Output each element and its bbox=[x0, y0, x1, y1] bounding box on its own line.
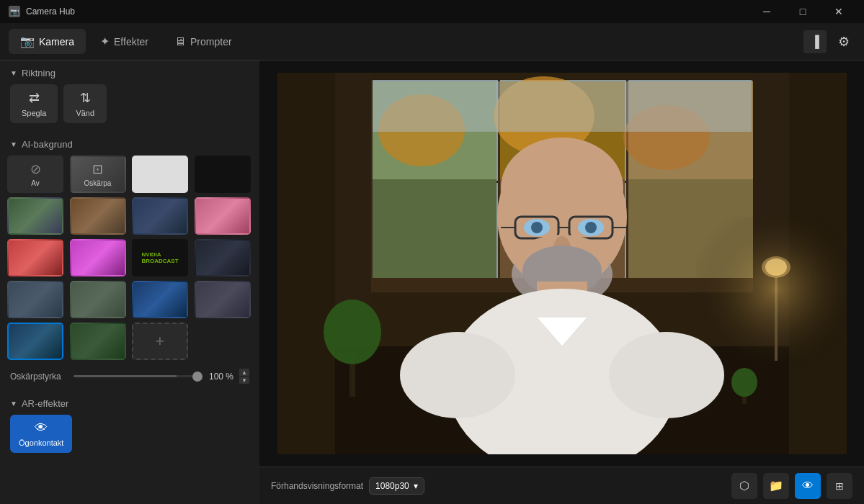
camera-bottom-bar: Förhandsvisningsformat 1080p30 ▾ ⬡ 📁 👁 ⊞ bbox=[259, 467, 864, 504]
sidebar-toggle-button[interactable]: ▐ bbox=[803, 30, 827, 53]
bg-item-kitchen[interactable] bbox=[70, 197, 126, 235]
blur-strength-row: Oskärpstyrka 100 % ▲ ▼ bbox=[0, 366, 259, 391]
format-select[interactable]: 1080p30 ▾ bbox=[369, 477, 424, 495]
capture-button[interactable]: ⬡ bbox=[731, 473, 757, 499]
folder-icon: 📁 bbox=[769, 479, 783, 492]
prompter-icon: 🖥 bbox=[174, 35, 186, 48]
bg-grid: ⊘ Av ⊡ Oskärpa NVIDIABROADCAST bbox=[0, 156, 259, 360]
svg-point-28 bbox=[324, 300, 381, 364]
close-button[interactable]: ✕ bbox=[822, 0, 855, 23]
spegla-icon: ⇄ bbox=[29, 90, 40, 106]
nav-tabs: 📷 Kamera ✦ Effekter 🖥 Prompter bbox=[9, 29, 244, 54]
maximize-button[interactable]: □ bbox=[786, 0, 819, 23]
section-direction-label: Riktning bbox=[22, 68, 55, 78]
kamera-icon: 📷 bbox=[20, 35, 35, 48]
ogonkontakt-label: Ögonkontakt bbox=[19, 438, 63, 447]
eye-button[interactable]: 👁 bbox=[795, 473, 821, 499]
title-bar: 📷 Camera Hub ─ □ ✕ bbox=[0, 0, 864, 23]
bg-item-living1[interactable] bbox=[7, 197, 63, 235]
ar-items: 👁 Ögonkontakt bbox=[0, 415, 259, 453]
svg-rect-16 bbox=[373, 81, 752, 132]
bg-item-sel1[interactable] bbox=[7, 323, 63, 360]
main-content: ▼ Riktning ⇄ Spegla ⇅ Vänd ▼ AI-bakgrund… bbox=[0, 60, 864, 504]
add-background-button[interactable]: + bbox=[132, 323, 188, 360]
av-label: Av bbox=[31, 179, 40, 187]
tab-kamera[interactable]: 📷 Kamera bbox=[9, 29, 86, 54]
bg-item-abstract[interactable] bbox=[70, 239, 126, 276]
bg-item-dark[interactable] bbox=[195, 156, 251, 193]
bg-item-nvidia[interactable]: NVIDIABROADCAST bbox=[132, 239, 188, 276]
bg-item-pink[interactable] bbox=[195, 197, 251, 235]
window-controls: ─ □ ✕ bbox=[750, 0, 855, 23]
bg-item-bedroom[interactable] bbox=[195, 281, 251, 318]
bg-item-white[interactable] bbox=[132, 156, 188, 193]
sidebar: ▼ Riktning ⇄ Spegla ⇅ Vänd ▼ AI-bakgrund… bbox=[0, 60, 259, 504]
eye-contact-icon: 👁 bbox=[35, 420, 48, 436]
off-icon: ⊘ bbox=[30, 161, 41, 177]
bg-item-sel2[interactable] bbox=[70, 323, 126, 360]
settings-button[interactable]: ⚙ bbox=[832, 30, 855, 53]
section-header-direction[interactable]: ▼ Riktning bbox=[0, 60, 259, 84]
folder-button[interactable]: 📁 bbox=[763, 473, 789, 499]
svg-point-40 bbox=[531, 222, 543, 233]
blur-strength-value: 100 % bbox=[208, 372, 233, 382]
bg-item-dark2[interactable] bbox=[195, 239, 251, 276]
svg-rect-21 bbox=[277, 73, 335, 454]
bottom-right-buttons: ⬡ 📁 👁 ⊞ bbox=[731, 473, 852, 499]
blur-strength-label: Oskärpstyrka bbox=[10, 372, 68, 382]
capture-icon: ⬡ bbox=[739, 479, 749, 492]
section-header-ar[interactable]: ▼ AR-effekter bbox=[0, 391, 259, 415]
bg-item-sofa[interactable] bbox=[7, 239, 63, 276]
camera-preview bbox=[259, 60, 864, 467]
spegla-button[interactable]: ⇄ Spegla bbox=[10, 84, 58, 123]
tab-prompter-label: Prompter bbox=[190, 36, 232, 48]
blur-increment-button[interactable]: ▲ bbox=[239, 369, 249, 376]
blur-spinner: ▲ ▼ bbox=[239, 369, 249, 384]
svg-point-30 bbox=[731, 368, 757, 397]
bg-item-hall[interactable] bbox=[70, 281, 126, 318]
vand-button[interactable]: ⇅ Vänd bbox=[63, 84, 107, 123]
spegla-label: Spegla bbox=[22, 109, 46, 117]
section-header-ai-background[interactable]: ▼ AI-bakgrund bbox=[0, 132, 259, 156]
ogonkontakt-button[interactable]: 👁 Ögonkontakt bbox=[10, 415, 72, 453]
minimize-button[interactable]: ─ bbox=[750, 0, 783, 23]
bg-item-modern[interactable] bbox=[132, 197, 188, 235]
app-icon: 📷 bbox=[9, 6, 20, 17]
grid-view-button[interactable]: ⊞ bbox=[827, 473, 852, 499]
bg-item-blue[interactable] bbox=[132, 281, 188, 318]
bg-item-office[interactable] bbox=[7, 281, 63, 318]
svg-rect-26 bbox=[695, 217, 847, 454]
app-title: Camera Hub bbox=[26, 6, 75, 17]
oskarpa-label: Oskärpa bbox=[84, 179, 112, 187]
format-chevron-icon: ▾ bbox=[414, 481, 418, 491]
blur-decrement-button[interactable]: ▼ bbox=[239, 377, 249, 384]
blur-strength-slider[interactable] bbox=[74, 375, 202, 377]
scene-svg bbox=[277, 73, 847, 454]
format-select-wrap: Förhandsvisningsformat 1080p30 ▾ bbox=[271, 477, 424, 495]
section-ar-label: AR-effekter bbox=[22, 398, 69, 409]
blur-icon: ⊡ bbox=[92, 161, 103, 177]
bg-item-av[interactable]: ⊘ Av bbox=[7, 156, 63, 193]
effekter-icon: ✦ bbox=[100, 35, 110, 48]
chevron-ar: ▼ bbox=[10, 400, 17, 408]
chevron-direction: ▼ bbox=[10, 69, 17, 77]
grid-icon: ⊞ bbox=[835, 480, 844, 492]
vand-label: Vänd bbox=[76, 109, 94, 117]
direction-buttons: ⇄ Spegla ⇅ Vänd bbox=[0, 84, 259, 132]
chevron-ai-bg: ▼ bbox=[10, 140, 17, 148]
tab-prompter[interactable]: 🖥 Prompter bbox=[163, 29, 244, 54]
eye-preview-icon: 👁 bbox=[802, 480, 814, 492]
svg-point-32 bbox=[501, 138, 623, 238]
tab-kamera-label: Kamera bbox=[39, 36, 74, 48]
format-value: 1080p30 bbox=[375, 481, 409, 491]
camera-frame bbox=[277, 73, 847, 454]
tab-effekter[interactable]: ✦ Effekter bbox=[89, 29, 160, 54]
svg-point-49 bbox=[609, 332, 724, 418]
nav-right: ▐ ⚙ bbox=[803, 30, 855, 53]
title-bar-left: 📷 Camera Hub bbox=[9, 6, 75, 17]
svg-rect-8 bbox=[373, 179, 496, 280]
nav-bar: 📷 Kamera ✦ Effekter 🖥 Prompter ▐ ⚙ bbox=[0, 23, 864, 60]
bg-item-oskarpa[interactable]: ⊡ Oskärpa bbox=[70, 156, 126, 193]
vand-icon: ⇅ bbox=[80, 90, 91, 106]
svg-point-41 bbox=[585, 222, 597, 233]
